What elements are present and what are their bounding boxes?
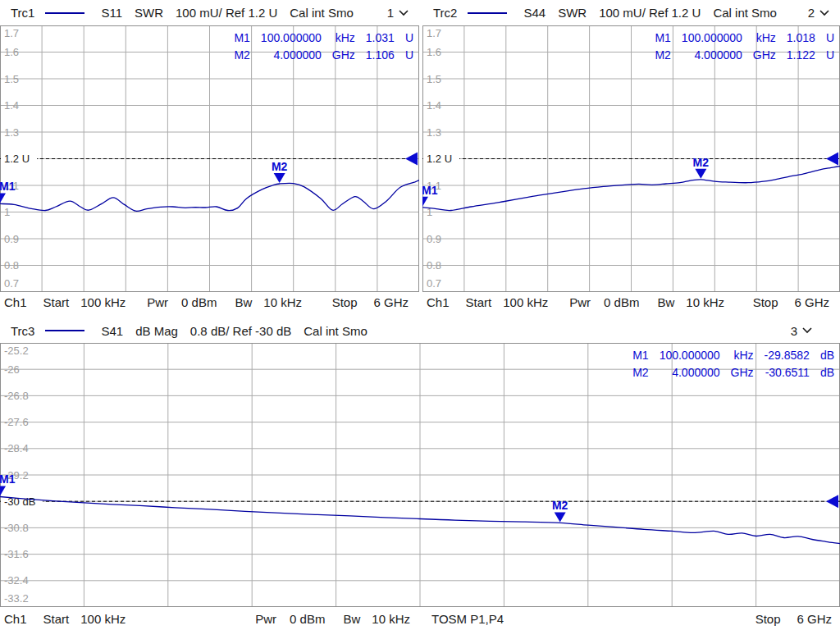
channel-label[interactable]: Ch1 xyxy=(4,295,27,309)
bandwidth-value[interactable]: 10 kHz xyxy=(686,295,724,309)
power-value[interactable]: 0 dBm xyxy=(604,295,639,309)
marker-stimulus-unit: GHz xyxy=(322,47,356,64)
power-label[interactable]: Pwr xyxy=(147,295,168,309)
channel-selector[interactable]: 1 xyxy=(387,6,409,20)
start-value[interactable]: 100 kHz xyxy=(503,295,548,309)
stop-value[interactable]: 6 GHz xyxy=(373,295,409,309)
cal-info-label[interactable]: TOSM P1,P4 xyxy=(431,612,504,626)
bandwidth-value[interactable]: 10 kHz xyxy=(372,612,410,626)
channel-label[interactable]: Ch1 xyxy=(427,295,450,309)
stop-value[interactable]: 6 GHz xyxy=(794,295,829,309)
y-axis-tick-label: -26 xyxy=(4,363,20,376)
trace-header-trc3: Trc3 S41 dB Mag 0.8 dB/ Ref -30 dB Cal i… xyxy=(0,318,840,343)
channel-label[interactable]: Ch1 xyxy=(4,612,27,626)
stop-label[interactable]: Stop xyxy=(753,295,778,309)
stop-label[interactable]: Stop xyxy=(756,612,781,626)
start-label[interactable]: Start xyxy=(43,295,70,309)
marker-response: 1.106 xyxy=(356,47,395,64)
marker-name: M2 xyxy=(632,364,649,381)
start-value[interactable]: 100 kHz xyxy=(80,295,126,309)
format-label[interactable]: dB Mag xyxy=(135,324,178,338)
y-axis-tick-label: 1.7 xyxy=(4,27,19,39)
power-label[interactable]: Pwr xyxy=(255,612,276,626)
svg-text:M2: M2 xyxy=(693,156,710,169)
chevron-down-icon xyxy=(819,10,829,16)
marker-readout[interactable]: M1100.000000kHz1.018UM24.000000GHz1.122U xyxy=(655,30,835,64)
marker-readout-row: M1100.000000kHz-29.8582dB xyxy=(632,347,835,364)
ref-level-arrow-icon[interactable] xyxy=(826,495,838,508)
trace-name-label[interactable]: Trc3 xyxy=(11,324,34,338)
ref-level-arrow-icon[interactable] xyxy=(826,153,838,166)
y-axis-tick-label: 1 xyxy=(4,206,10,218)
marker-stimulus: 100.000000 xyxy=(251,30,322,47)
scale-ref-label[interactable]: 100 mU/ Ref 1.2 U xyxy=(599,6,701,20)
sparam-label[interactable]: S41 xyxy=(101,324,123,338)
bandwidth-label[interactable]: Bw xyxy=(343,612,360,626)
channel-footer: Ch1 Start 100 kHz Pwr 0 dBm Bw 10 kHz St… xyxy=(422,292,840,312)
channel-number: 2 xyxy=(808,6,815,20)
format-label[interactable]: SWR xyxy=(135,6,163,20)
marker-readout[interactable]: M1100.000000kHz-29.8582dBM24.000000GHz-3… xyxy=(632,347,835,381)
marker-response-unit: U xyxy=(395,47,414,64)
stop-label[interactable]: Stop xyxy=(332,295,358,309)
format-label[interactable]: SWR xyxy=(558,6,587,20)
y-axis-tick-label: -25.2 xyxy=(4,345,29,357)
marker-readout[interactable]: M1100.000000kHz1.031UM24.000000GHz1.106U xyxy=(234,30,414,64)
svg-text:M1: M1 xyxy=(0,180,16,193)
sparam-label[interactable]: S11 xyxy=(101,6,122,20)
plot-svg-trc1: 1.71.61.51.41.31.2 U1.110.90.80.7M1M2 xyxy=(0,25,419,292)
trace-color-sample xyxy=(468,12,507,14)
scale-ref-label[interactable]: 0.8 dB/ Ref -30 dB xyxy=(190,324,291,338)
channel-selector[interactable]: 2 xyxy=(808,6,829,20)
marker-m1-icon[interactable]: M1 xyxy=(422,184,438,207)
marker-m1-icon[interactable]: M1 xyxy=(0,472,16,495)
y-axis-tick-label: 0.8 xyxy=(4,259,19,272)
ref-level-arrow-icon[interactable] xyxy=(405,153,418,166)
trace-name-label[interactable]: Trc2 xyxy=(433,6,457,20)
y-axis-tick-label: -28.4 xyxy=(4,442,29,454)
grid-lines xyxy=(0,343,840,607)
plot-svg-trc3: -25.2-26-26.8-27.6-28.4-29.2-30 dB-30.8-… xyxy=(0,343,840,607)
marker-response: 1.031 xyxy=(356,30,395,47)
y-axis-tick-label: 1.6 xyxy=(427,46,441,58)
y-axis-tick-label: 1.4 xyxy=(427,99,441,112)
marker-stimulus-unit: kHz xyxy=(322,30,356,47)
marker-m1-icon[interactable]: M1 xyxy=(0,180,16,203)
marker-m2-icon[interactable]: M2 xyxy=(693,156,710,179)
start-label[interactable]: Start xyxy=(43,612,70,626)
trace-color-sample xyxy=(45,330,84,331)
cal-state-label: Cal int Smo xyxy=(304,324,368,338)
start-label[interactable]: Start xyxy=(466,295,492,309)
start-value[interactable]: 100 kHz xyxy=(80,612,126,626)
marker-response-unit: U xyxy=(395,30,414,47)
vna-trace-display: Trc1 S11 SWR 100 mU/ Ref 1.2 U Cal int S… xyxy=(0,0,840,630)
marker-m2-icon[interactable]: M2 xyxy=(272,160,288,183)
y-axis-tick-label: 1.3 xyxy=(4,126,19,139)
marker-name: M1 xyxy=(655,30,671,47)
trace-name-label[interactable]: Trc1 xyxy=(11,6,34,20)
ref-level-label: 1.2 U xyxy=(427,153,452,165)
bandwidth-value[interactable]: 10 kHz xyxy=(263,295,302,309)
marker-name: M2 xyxy=(234,47,250,64)
stop-value[interactable]: 6 GHz xyxy=(797,612,832,626)
bandwidth-label[interactable]: Bw xyxy=(235,295,252,309)
y-axis-tick-label: -27.6 xyxy=(4,416,29,428)
y-axis-tick-label: -31.6 xyxy=(4,548,29,560)
scale-ref-label[interactable]: 100 mU/ Ref 1.2 U xyxy=(176,6,277,20)
power-label[interactable]: Pwr xyxy=(569,295,591,309)
power-value[interactable]: 0 dBm xyxy=(290,612,325,626)
marker-m2-icon[interactable]: M2 xyxy=(552,499,568,522)
y-axis-tick-label: 0.9 xyxy=(427,233,441,245)
power-value[interactable]: 0 dBm xyxy=(181,295,217,309)
marker-stimulus-unit: GHz xyxy=(743,47,777,64)
marker-response-unit: U xyxy=(816,47,835,64)
panel-trc1: Trc1 S11 SWR 100 mU/ Ref 1.2 U Cal int S… xyxy=(0,0,419,312)
sparam-label[interactable]: S44 xyxy=(523,6,546,20)
svg-text:M1: M1 xyxy=(0,472,16,486)
bandwidth-label[interactable]: Bw xyxy=(657,295,674,309)
y-axis-tick-label: 0.7 xyxy=(427,277,441,290)
channel-number: 3 xyxy=(791,324,797,338)
y-axis-tick-label: 0.8 xyxy=(427,259,441,272)
marker-name: M2 xyxy=(655,47,671,64)
channel-selector[interactable]: 3 xyxy=(791,324,812,338)
